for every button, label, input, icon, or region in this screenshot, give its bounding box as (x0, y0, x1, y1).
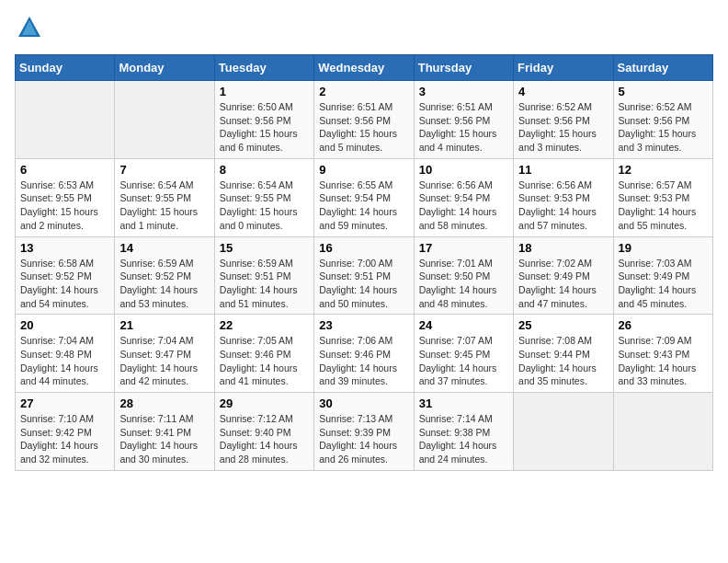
calendar-cell (16, 81, 115, 159)
day-number: 20 (20, 318, 109, 332)
calendar-cell: 31Sunrise: 7:14 AM Sunset: 9:38 PM Dayli… (414, 393, 513, 471)
day-info: Sunrise: 6:54 AM Sunset: 9:55 PM Dayligh… (119, 178, 209, 233)
page-header (15, 15, 713, 45)
calendar-cell: 21Sunrise: 7:04 AM Sunset: 9:47 PM Dayli… (115, 315, 214, 393)
calendar-cell (115, 81, 214, 159)
day-info: Sunrise: 7:06 AM Sunset: 9:46 PM Dayligh… (319, 334, 408, 388)
day-info: Sunrise: 7:01 AM Sunset: 9:50 PM Dayligh… (419, 257, 508, 311)
calendar-cell: 9Sunrise: 6:55 AM Sunset: 9:54 PM Daylig… (314, 158, 414, 236)
day-info: Sunrise: 7:08 AM Sunset: 9:44 PM Dayligh… (518, 334, 608, 388)
weekday-header-friday: Friday (514, 55, 613, 81)
calendar-cell: 23Sunrise: 7:06 AM Sunset: 9:46 PM Dayli… (314, 315, 414, 393)
calendar-cell: 20Sunrise: 7:04 AM Sunset: 9:48 PM Dayli… (16, 315, 115, 393)
day-info: Sunrise: 7:07 AM Sunset: 9:45 PM Dayligh… (419, 334, 508, 388)
calendar-cell: 16Sunrise: 7:00 AM Sunset: 9:51 PM Dayli… (314, 236, 414, 315)
calendar-week-row: 13Sunrise: 6:58 AM Sunset: 9:52 PM Dayli… (16, 236, 713, 315)
day-info: Sunrise: 7:02 AM Sunset: 9:49 PM Dayligh… (518, 257, 608, 311)
calendar-week-row: 20Sunrise: 7:04 AM Sunset: 9:48 PM Dayli… (16, 315, 713, 393)
day-number: 17 (419, 241, 508, 255)
calendar-cell: 27Sunrise: 7:10 AM Sunset: 9:42 PM Dayli… (16, 393, 115, 471)
calendar-cell: 13Sunrise: 6:58 AM Sunset: 9:52 PM Dayli… (16, 236, 115, 315)
calendar-cell (613, 393, 712, 471)
calendar-cell: 11Sunrise: 6:56 AM Sunset: 9:53 PM Dayli… (514, 158, 613, 236)
logo (15, 15, 42, 45)
calendar-cell: 18Sunrise: 7:02 AM Sunset: 9:49 PM Dayli… (514, 236, 613, 315)
day-number: 16 (319, 241, 408, 255)
day-info: Sunrise: 6:51 AM Sunset: 9:56 PM Dayligh… (419, 100, 508, 155)
day-info: Sunrise: 7:10 AM Sunset: 9:42 PM Dayligh… (20, 412, 109, 466)
day-info: Sunrise: 7:04 AM Sunset: 9:47 PM Dayligh… (119, 334, 209, 388)
calendar-cell (514, 393, 613, 471)
calendar-cell: 28Sunrise: 7:11 AM Sunset: 9:41 PM Dayli… (115, 393, 214, 471)
day-number: 11 (518, 163, 608, 177)
calendar-week-row: 27Sunrise: 7:10 AM Sunset: 9:42 PM Dayli… (16, 393, 713, 471)
day-info: Sunrise: 6:56 AM Sunset: 9:54 PM Dayligh… (419, 178, 508, 233)
day-info: Sunrise: 6:59 AM Sunset: 9:51 PM Dayligh… (220, 257, 309, 311)
day-info: Sunrise: 7:14 AM Sunset: 9:38 PM Dayligh… (419, 412, 508, 466)
calendar-cell: 4Sunrise: 6:52 AM Sunset: 9:56 PM Daylig… (514, 81, 613, 159)
day-number: 10 (419, 163, 508, 177)
day-number: 3 (419, 85, 508, 98)
calendar-cell: 2Sunrise: 6:51 AM Sunset: 9:56 PM Daylig… (314, 81, 414, 159)
calendar-cell: 30Sunrise: 7:13 AM Sunset: 9:39 PM Dayli… (314, 393, 414, 471)
weekday-header-saturday: Saturday (613, 55, 712, 81)
weekday-header-wednesday: Wednesday (314, 55, 414, 81)
day-info: Sunrise: 7:04 AM Sunset: 9:48 PM Dayligh… (20, 334, 109, 388)
calendar-cell: 1Sunrise: 6:50 AM Sunset: 9:56 PM Daylig… (214, 81, 313, 159)
day-number: 18 (518, 241, 608, 255)
calendar-cell: 19Sunrise: 7:03 AM Sunset: 9:49 PM Dayli… (613, 236, 712, 315)
calendar-cell: 17Sunrise: 7:01 AM Sunset: 9:50 PM Dayli… (414, 236, 513, 315)
weekday-header-thursday: Thursday (414, 55, 513, 81)
day-number: 22 (220, 318, 309, 332)
day-info: Sunrise: 6:52 AM Sunset: 9:56 PM Dayligh… (518, 100, 608, 155)
day-info: Sunrise: 7:09 AM Sunset: 9:43 PM Dayligh… (619, 334, 708, 388)
day-number: 25 (518, 318, 608, 332)
day-number: 12 (619, 163, 708, 177)
day-info: Sunrise: 7:00 AM Sunset: 9:51 PM Dayligh… (319, 257, 408, 311)
calendar-cell: 15Sunrise: 6:59 AM Sunset: 9:51 PM Dayli… (214, 236, 313, 315)
weekday-header-sunday: Sunday (16, 55, 115, 81)
day-number: 26 (619, 318, 708, 332)
day-info: Sunrise: 6:58 AM Sunset: 9:52 PM Dayligh… (20, 257, 109, 311)
logo-icon (17, 15, 42, 40)
day-number: 2 (319, 85, 408, 98)
day-info: Sunrise: 7:12 AM Sunset: 9:40 PM Dayligh… (220, 412, 309, 466)
day-number: 14 (119, 241, 209, 255)
calendar-cell: 12Sunrise: 6:57 AM Sunset: 9:53 PM Dayli… (613, 158, 712, 236)
day-number: 1 (220, 85, 309, 98)
day-info: Sunrise: 6:59 AM Sunset: 9:52 PM Dayligh… (119, 257, 209, 311)
day-info: Sunrise: 7:11 AM Sunset: 9:41 PM Dayligh… (119, 412, 209, 466)
day-number: 30 (319, 396, 408, 410)
calendar-cell: 14Sunrise: 6:59 AM Sunset: 9:52 PM Dayli… (115, 236, 214, 315)
calendar-week-row: 6Sunrise: 6:53 AM Sunset: 9:55 PM Daylig… (16, 158, 713, 236)
day-number: 19 (619, 241, 708, 255)
day-number: 5 (619, 85, 708, 98)
day-info: Sunrise: 6:57 AM Sunset: 9:53 PM Dayligh… (619, 178, 708, 233)
day-number: 13 (20, 241, 109, 255)
day-number: 6 (20, 163, 109, 177)
day-info: Sunrise: 6:54 AM Sunset: 9:55 PM Dayligh… (220, 178, 309, 233)
calendar-cell: 22Sunrise: 7:05 AM Sunset: 9:46 PM Dayli… (214, 315, 313, 393)
calendar-cell: 6Sunrise: 6:53 AM Sunset: 9:55 PM Daylig… (16, 158, 115, 236)
day-number: 29 (220, 396, 309, 410)
calendar-cell: 25Sunrise: 7:08 AM Sunset: 9:44 PM Dayli… (514, 315, 613, 393)
day-info: Sunrise: 6:50 AM Sunset: 9:56 PM Dayligh… (220, 100, 309, 155)
day-number: 15 (220, 241, 309, 255)
day-number: 28 (119, 396, 209, 410)
day-number: 24 (419, 318, 508, 332)
calendar-body: 1Sunrise: 6:50 AM Sunset: 9:56 PM Daylig… (16, 81, 713, 471)
calendar-table: SundayMondayTuesdayWednesdayThursdayFrid… (15, 54, 713, 471)
day-info: Sunrise: 6:55 AM Sunset: 9:54 PM Dayligh… (319, 178, 408, 233)
calendar-cell: 8Sunrise: 6:54 AM Sunset: 9:55 PM Daylig… (214, 158, 313, 236)
calendar-cell: 7Sunrise: 6:54 AM Sunset: 9:55 PM Daylig… (115, 158, 214, 236)
day-info: Sunrise: 6:53 AM Sunset: 9:55 PM Dayligh… (20, 178, 109, 233)
day-info: Sunrise: 7:13 AM Sunset: 9:39 PM Dayligh… (319, 412, 408, 466)
calendar-cell: 26Sunrise: 7:09 AM Sunset: 9:43 PM Dayli… (613, 315, 712, 393)
day-info: Sunrise: 7:05 AM Sunset: 9:46 PM Dayligh… (220, 334, 309, 388)
weekday-header-row: SundayMondayTuesdayWednesdayThursdayFrid… (16, 55, 713, 81)
day-info: Sunrise: 6:52 AM Sunset: 9:56 PM Dayligh… (619, 100, 708, 155)
day-number: 7 (119, 163, 209, 177)
calendar-week-row: 1Sunrise: 6:50 AM Sunset: 9:56 PM Daylig… (16, 81, 713, 159)
day-number: 9 (319, 163, 408, 177)
day-number: 27 (20, 396, 109, 410)
